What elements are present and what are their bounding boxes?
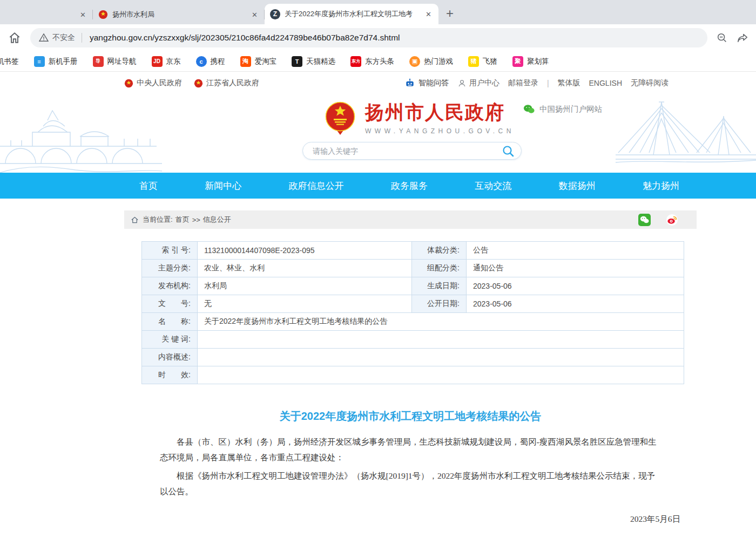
bookmark-item[interactable]: T 天猫精选 <box>284 56 343 67</box>
search-icon[interactable] <box>502 145 515 158</box>
tab-active-announcement[interactable]: Z 关于2022年度扬州市水利工程文明工地考 ✕ <box>265 4 438 24</box>
user-center-link[interactable]: 用户中心 <box>457 78 500 88</box>
tab-partial[interactable]: ✕ <box>0 5 93 24</box>
bookmark-item[interactable]: 东方 东方头条 <box>343 56 402 67</box>
meta-label: 内容概述: <box>142 349 198 366</box>
portal-label[interactable]: 中国扬州门户网站 <box>523 103 602 115</box>
bookmark-item[interactable]: 猪 飞猪 <box>461 56 505 67</box>
national-emblem-icon <box>124 79 133 88</box>
home-icon[interactable] <box>8 31 22 45</box>
breadcrumb-home-link[interactable]: 首页 <box>176 215 190 224</box>
bridge-sketch-left <box>0 94 162 173</box>
article-paragraph: 根据《扬州市水利工程文明工地建设管理办法》（扬水规[2019]1号），2022年… <box>160 468 663 499</box>
meta-value-validity <box>198 366 684 384</box>
weibo-share-icon[interactable] <box>666 214 678 226</box>
bookmark-item[interactable]: c 携程 <box>188 56 233 67</box>
close-tab-icon[interactable]: ✕ <box>78 11 87 19</box>
table-row: 内容概述: <box>142 349 684 366</box>
bookmark-label: 机书签 <box>0 57 19 66</box>
jd-icon: JD <box>152 56 163 67</box>
breadcrumb-separator: >> <box>192 216 200 224</box>
wechat-icon <box>523 103 535 115</box>
bookmark-item[interactable]: JD 京东 <box>144 56 188 67</box>
nav-site-icon: 导 <box>93 56 104 67</box>
bookmark-label: 天猫精选 <box>306 57 335 66</box>
table-row: 主题分类: 农业、林业、水利 组配分类: 通知公告 <box>142 260 684 277</box>
table-row: 发布机构: 水利局 生成日期: 2023-05-06 <box>142 277 684 295</box>
meta-value-topic: 农业、林业、水利 <box>198 260 412 277</box>
nav-info-disclosure[interactable]: 政府信息公开 <box>289 180 344 192</box>
nav-services[interactable]: 政务服务 <box>391 180 428 192</box>
meta-label: 组配分类: <box>412 260 467 277</box>
home-small-icon[interactable] <box>131 216 139 224</box>
bookmark-label: 热门游戏 <box>424 57 453 66</box>
close-tab-icon[interactable]: ✕ <box>424 10 433 18</box>
security-label[interactable]: 不安全 <box>52 33 75 43</box>
meta-value-keywords <box>198 331 684 349</box>
meta-label: 主题分类: <box>142 260 198 277</box>
zoom-out-icon[interactable] <box>716 32 728 44</box>
article-paragraph: 各县（市、区）水利（务）局，扬州经济开发区城乡事务管理局，生态科技新城规划建设局… <box>160 434 663 465</box>
table-row: 关 键 词: <box>142 331 684 349</box>
bookmark-item[interactable]: ▣ 热门游戏 <box>402 56 461 67</box>
nav-home[interactable]: 首页 <box>139 180 158 192</box>
gov-utility-bar: 中央人民政府 江苏省人民政府 智能问答 <box>0 72 756 94</box>
bookmark-item[interactable]: 聚 聚划算 <box>505 56 557 67</box>
user-icon <box>457 79 467 88</box>
breadcrumb-section-link[interactable]: 信息公开 <box>203 215 231 224</box>
central-gov-label: 中央人民政府 <box>137 78 182 88</box>
bookmark-label: 网址导航 <box>107 57 137 66</box>
meta-label: 时 效: <box>142 366 198 384</box>
meta-label: 生成日期: <box>412 277 467 295</box>
ctrip-icon: c <box>196 56 207 67</box>
fliggy-icon: 猪 <box>468 56 479 67</box>
nav-data[interactable]: 数据扬州 <box>559 180 596 192</box>
national-emblem-favicon <box>98 10 108 19</box>
bookmark-item[interactable]: ≡ 新机手册 <box>26 56 85 67</box>
wechat-share-icon[interactable] <box>638 214 651 226</box>
table-row: 名 称: 关于2022年度扬州市水利工程文明工地考核结果的公告 <box>142 313 684 331</box>
search-input[interactable] <box>313 147 502 155</box>
new-tab-button[interactable]: + <box>446 6 454 21</box>
site-favicon: Z <box>270 9 280 19</box>
table-row: 时 效: <box>142 366 684 384</box>
bookmarks-bar: 机书签 ≡ 新机手册 导 网址导航 JD 京东 c 携程 淘 爱淘宝 T 天猫精… <box>0 51 756 72</box>
page-content: 当前位置: 首页 >> 信息公开 索 引 号: <box>124 199 697 538</box>
games-icon: ▣ <box>409 56 420 67</box>
traditional-link[interactable]: 繁体版 <box>558 78 580 88</box>
url-text[interactable]: yangzhou.gov.cn/yzszxxgk/slj/202305/210c… <box>90 33 400 43</box>
bookmark-item[interactable]: 导 网址导航 <box>85 56 144 67</box>
jiangsu-gov-link[interactable]: 江苏省人民政府 <box>194 78 259 88</box>
bookmark-item[interactable]: 机书签 <box>0 57 26 66</box>
nav-charm[interactable]: 魅力扬州 <box>643 180 679 192</box>
nav-interaction[interactable]: 互动交流 <box>475 180 511 192</box>
search-box[interactable] <box>302 142 522 160</box>
accessibility-link[interactable]: 无障碍阅读 <box>631 78 669 88</box>
bookmark-item[interactable]: 淘 爱淘宝 <box>233 56 285 67</box>
tab-water-bureau[interactable]: 扬州市水利局 ✕ <box>93 5 265 24</box>
meta-label: 索 引 号: <box>142 242 198 260</box>
meta-value-index-number: 11321000014407098E-2023-095 <box>198 242 412 260</box>
meta-label: 体裁分类: <box>412 242 467 260</box>
bookmark-label: 携程 <box>211 57 225 66</box>
nav-news[interactable]: 新闻中心 <box>205 180 241 192</box>
meta-value-summary <box>198 349 684 366</box>
site-logo[interactable]: 扬州市人民政府 WWW.YANGZHOU.GOV.CN <box>323 100 515 135</box>
central-gov-link[interactable]: 中央人民政府 <box>124 78 182 88</box>
tmall-icon: T <box>292 56 302 67</box>
meta-value-public-date: 2023-05-06 <box>467 295 684 313</box>
eastday-icon: 东方 <box>350 56 361 67</box>
smart-qa-link[interactable]: 智能问答 <box>404 78 449 88</box>
table-row: 索 引 号: 11321000014407098E-2023-095 体裁分类:… <box>142 242 684 260</box>
meta-value-doc-number: 无 <box>198 295 412 313</box>
address-bar[interactable]: 不安全 yangzhou.gov.cn/yzszxxgk/slj/202305/… <box>30 28 707 47</box>
meta-label: 文 号: <box>142 295 198 313</box>
close-tab-icon[interactable]: ✕ <box>250 11 259 19</box>
english-link[interactable]: ENGLISH <box>589 79 622 87</box>
mail-login-link[interactable]: 邮箱登录 <box>508 78 538 88</box>
bookmark-label: 新机手册 <box>49 57 78 66</box>
browser-toolbar: 不安全 yangzhou.gov.cn/yzszxxgk/slj/202305/… <box>0 24 756 51</box>
meta-value-publisher: 水利局 <box>198 277 412 295</box>
breadcrumb-prefix: 当前位置: <box>143 215 173 224</box>
share-icon[interactable] <box>737 32 748 44</box>
